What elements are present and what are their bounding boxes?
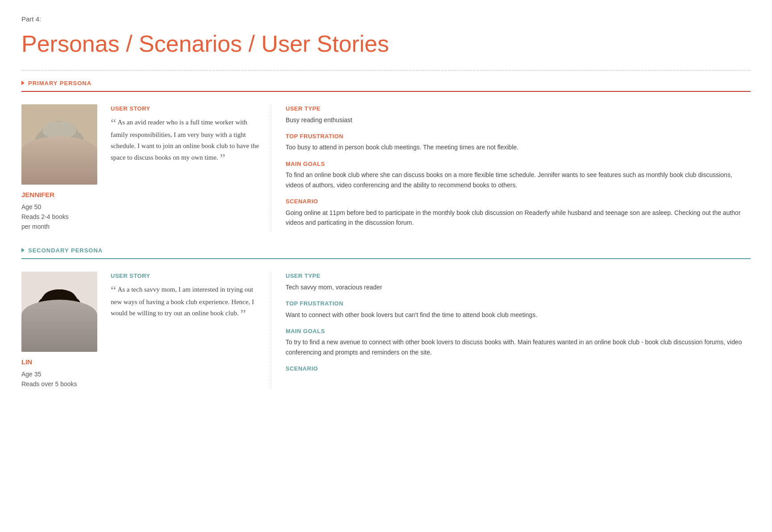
primary-persona-label: PRIMARY PERSONA (28, 79, 91, 88)
lin-user-story: “ As a tech savvy mom, I am interested i… (111, 284, 260, 321)
secondary-persona-block: LIN Age 35 Reads over 5 books USER STORY… (21, 259, 751, 400)
svg-rect-15 (21, 272, 97, 352)
lin-frustration-label: TOP FRUSTRATION (286, 299, 751, 308)
lin-name: LIN (21, 357, 104, 367)
part-label: Part 4: (21, 14, 751, 25)
jennifer-age: Age 50 (21, 202, 104, 212)
lin-photo (21, 272, 97, 352)
svg-point-25 (53, 315, 55, 317)
jennifer-reads2: per month (21, 222, 104, 231)
svg-point-9 (62, 146, 68, 152)
close-quote-icon: ” (220, 151, 225, 165)
svg-point-29 (46, 333, 73, 342)
page-title: Personas / Scenarios / User Stories (21, 26, 751, 61)
triangle-icon (21, 81, 25, 85)
svg-point-20 (36, 298, 50, 330)
svg-point-7 (42, 121, 76, 139)
lin-frustration: Want to connect with other book lovers b… (286, 310, 751, 320)
lin-open-quote-icon: “ (111, 283, 116, 297)
svg-point-27 (58, 320, 61, 322)
jennifer-photo (21, 104, 97, 185)
svg-point-1 (28, 171, 91, 185)
lin-goals: To try to find a new avenue to connect w… (286, 337, 751, 357)
svg-point-8 (51, 146, 56, 152)
jennifer-frustration-label: TOP FRUSTRATION (286, 132, 751, 141)
lin-photo-svg (21, 272, 97, 352)
jennifer-left: JENNIFER Age 50 Reads 2-4 books per mont… (21, 104, 111, 232)
jennifer-user-story-label: USER STORY (111, 104, 260, 113)
jennifer-photo-svg (21, 104, 97, 185)
jennifer-frustration: Too busy to attend in person book club m… (286, 142, 751, 152)
svg-point-24 (63, 314, 67, 318)
jennifer-right: USER TYPE Busy reading enthusiast TOP FR… (271, 104, 751, 232)
lin-left: LIN Age 35 Reads over 5 books (21, 272, 111, 389)
svg-point-26 (64, 315, 66, 317)
lin-user-type-label: USER TYPE (286, 272, 751, 280)
svg-point-21 (69, 298, 83, 330)
jennifer-user-type-label: USER TYPE (286, 104, 751, 113)
jennifer-reads: Reads 2-4 books (21, 212, 104, 222)
secondary-section: SECONDARY PERSONA (21, 246, 751, 260)
jennifer-scenario-label: SCENARIO (286, 197, 751, 206)
jennifer-goals: To find an online book club where she ca… (286, 170, 751, 190)
svg-rect-0 (21, 104, 97, 185)
lin-user-type: Tech savvy mom, voracious reader (286, 282, 751, 292)
secondary-section-header: SECONDARY PERSONA (21, 246, 751, 255)
svg-point-5 (33, 132, 50, 166)
svg-point-18 (42, 297, 77, 336)
open-quote-icon: “ (111, 116, 116, 130)
jennifer-user-story: “ As an avid reader who is a full time w… (111, 117, 260, 165)
svg-rect-13 (30, 173, 88, 185)
svg-rect-17 (54, 326, 64, 338)
lin-middle: USER STORY “ As a tech savvy mom, I am i… (111, 272, 271, 389)
jennifer-middle: USER STORY “ As an avid reader who is a … (111, 104, 271, 232)
triangle-icon-teal (21, 248, 25, 252)
svg-point-10 (52, 147, 55, 150)
svg-point-12 (58, 152, 61, 155)
page-container: Part 4: Personas / Scenarios / User Stor… (0, 0, 772, 421)
lin-close-quote-icon: ” (240, 307, 245, 321)
jennifer-goals-label: MAIN GOALS (286, 160, 751, 169)
jennifer-scenario: Going online at 11pm before bed to parti… (286, 208, 751, 228)
dotted-divider (21, 70, 751, 71)
svg-rect-28 (33, 338, 86, 352)
svg-rect-2 (54, 158, 65, 171)
lin-right: USER TYPE Tech savvy mom, voracious read… (271, 272, 751, 389)
jennifer-name: JENNIFER (21, 190, 104, 200)
lin-age: Age 35 (21, 369, 104, 379)
secondary-persona-label: SECONDARY PERSONA (28, 246, 103, 255)
svg-point-23 (51, 314, 56, 318)
lin-scenario-label: SCENARIO (286, 364, 751, 373)
primary-section-header: PRIMARY PERSONA (21, 79, 751, 88)
svg-point-11 (64, 147, 66, 150)
svg-point-16 (28, 338, 91, 352)
lin-goals-label: MAIN GOALS (286, 327, 751, 336)
primary-persona-block: JENNIFER Age 50 Reads 2-4 books per mont… (21, 92, 751, 243)
lin-reads: Reads over 5 books (21, 379, 104, 389)
jennifer-user-type: Busy reading enthusiast (286, 115, 751, 125)
lin-user-story-label: USER STORY (111, 272, 260, 280)
svg-point-6 (69, 132, 85, 166)
svg-point-22 (43, 289, 75, 305)
